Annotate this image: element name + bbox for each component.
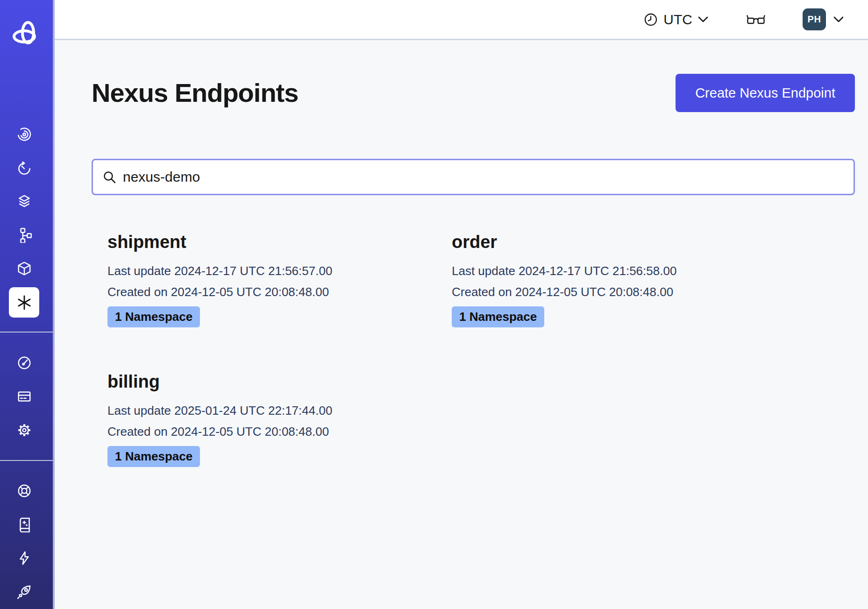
endpoint-last-update: Last update 2024-12-17 UTC 21:56:58.00: [452, 261, 780, 282]
endpoint-last-update: Last update 2025-01-24 UTC 22:17:44.00: [107, 400, 436, 421]
page-title: Nexus Endpoints: [92, 74, 298, 112]
endpoint-card-shipment[interactable]: shipment Last update 2024-12-17 UTC 21:5…: [92, 232, 436, 327]
namespace-badge: 1 Namespace: [452, 306, 544, 327]
lifebuoy-icon[interactable]: [16, 483, 32, 499]
endpoint-created: Created on 2024-12-05 UTC 20:08:48.00: [452, 282, 780, 303]
namespace-badge: 1 Namespace: [107, 446, 200, 467]
endpoint-created: Created on 2024-12-05 UTC 20:08:48.00: [107, 421, 436, 442]
book-sparkles-icon[interactable]: [16, 517, 32, 532]
endpoint-name: shipment: [107, 232, 436, 252]
timezone-selector[interactable]: UTC: [644, 12, 708, 28]
lightning-icon[interactable]: [16, 550, 32, 566]
timer-icon[interactable]: [16, 160, 32, 176]
sidebar: [0, 0, 55, 609]
search-icon: [102, 170, 116, 184]
endpoint-created: Created on 2024-12-05 UTC 20:08:48.00: [107, 282, 436, 303]
endpoint-card-billing[interactable]: billing Last update 2025-01-24 UTC 22:17…: [92, 372, 436, 467]
search-input[interactable]: [123, 169, 844, 185]
endpoint-card-order[interactable]: order Last update 2024-12-17 UTC 21:56:5…: [436, 232, 780, 327]
workflow-icon[interactable]: [16, 227, 32, 243]
main-content: Nexus Endpoints Create Nexus Endpoint sh…: [0, 74, 868, 467]
endpoint-last-update: Last update 2024-12-17 UTC 21:56:57.00: [107, 261, 436, 282]
glasses-icon[interactable]: [747, 13, 765, 27]
sidebar-divider: [0, 332, 53, 333]
avatar[interactable]: PH: [803, 8, 826, 30]
endpoint-name: billing: [107, 372, 436, 392]
billing-card-icon[interactable]: [16, 389, 32, 404]
sidebar-divider: [0, 460, 53, 461]
create-nexus-endpoint-button[interactable]: Create Nexus Endpoint: [676, 74, 855, 112]
nexus-asterisk-icon: [16, 294, 33, 311]
gauge-icon[interactable]: [16, 355, 32, 371]
rocket-icon[interactable]: [16, 584, 32, 600]
endpoint-name: order: [452, 232, 780, 252]
search-box: [92, 159, 855, 195]
chevron-down-icon[interactable]: [833, 16, 844, 23]
namespace-badge: 1 Namespace: [107, 306, 200, 327]
sidebar-item-nexus[interactable]: [9, 287, 39, 318]
layers-icon[interactable]: [16, 193, 32, 209]
endpoint-grid: shipment Last update 2024-12-17 UTC 21:5…: [92, 232, 855, 467]
timezone-label: UTC: [663, 12, 692, 28]
temporal-logo[interactable]: [12, 21, 40, 50]
spiral-icon[interactable]: [16, 127, 32, 142]
gear-icon[interactable]: [16, 422, 32, 438]
cube-icon[interactable]: [16, 261, 32, 276]
page-head: Nexus Endpoints Create Nexus Endpoint: [92, 74, 855, 112]
clock-icon: [644, 13, 658, 27]
chevron-down-icon: [698, 16, 708, 23]
top-header: UTC PH: [55, 0, 868, 40]
